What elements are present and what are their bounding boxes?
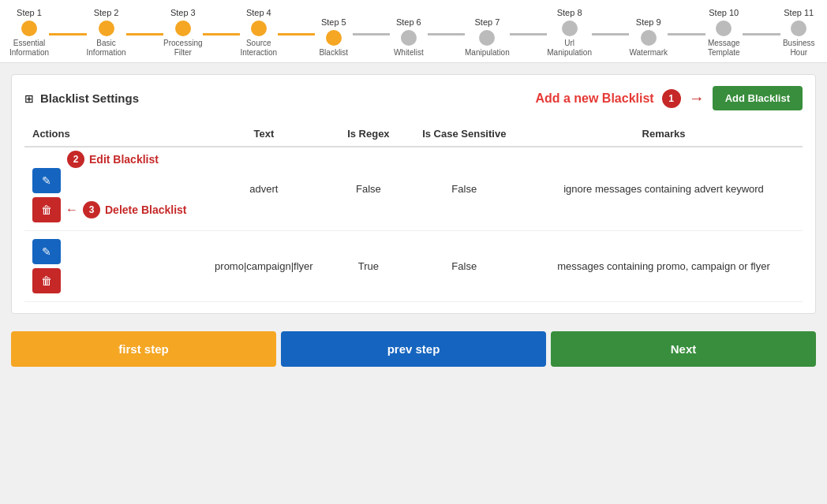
step-8-name: UrlManipulation	[547, 39, 592, 58]
edit-annotation: 2 Edit Blacklist	[67, 151, 159, 168]
blacklist-card: ⊞ Blacklist Settings Add a new Blacklist…	[11, 74, 816, 314]
first-step-button[interactable]: first step	[11, 331, 276, 367]
step-8-dot	[562, 21, 578, 36]
edit-blacklist-label: Edit Blacklist	[89, 153, 159, 166]
connector-5-6	[353, 33, 391, 35]
step-6-name: Whitelist	[394, 48, 424, 58]
step-11-name: BusinessHour	[783, 39, 815, 58]
step-2-label: Step 2	[94, 8, 119, 17]
main-content: ⊞ Blacklist Settings Add a new Blacklist…	[0, 63, 827, 314]
col-header-regex: Is Regex	[333, 121, 403, 147]
page-wrapper: Step 1 EssentialInformation Step 2 Basic…	[0, 0, 827, 375]
step-5-label: Step 5	[321, 17, 346, 27]
card-header: ⊞ Blacklist Settings Add a new Blacklist…	[24, 86, 803, 110]
arrow-left-icon: ←	[65, 203, 78, 217]
step-7-label: Step 7	[474, 17, 500, 27]
card-title-text: Blacklist Settings	[40, 91, 139, 105]
step-1-name: EssentialInformation	[9, 39, 49, 58]
step-4-name: SourceInteraction	[240, 39, 277, 58]
card-title: ⊞ Blacklist Settings	[24, 91, 139, 105]
connector-6-7	[428, 33, 466, 35]
row2-edit-button[interactable]: ✎	[32, 239, 61, 264]
table-row: 2 Edit Blacklist ✎ 🗑	[24, 147, 803, 231]
table-header-row: Actions Text Is Regex Is Case Sensitive …	[24, 121, 803, 147]
step-6: Step 6 Whitelist	[390, 17, 428, 58]
step-3-label: Step 3	[170, 8, 196, 17]
step-2-name: BasicInformation	[87, 39, 126, 58]
badge-2: 2	[67, 151, 84, 168]
step-4: Step 4 SourceInteraction	[240, 8, 278, 58]
delete-annotation: 🗑 ← 3 Delete Blacklist	[32, 197, 187, 222]
step-11-dot	[791, 21, 806, 36]
step-8: Step 8 UrlManipulation	[547, 8, 592, 58]
col-header-text: Text	[195, 121, 334, 147]
prev-step-button[interactable]: prev step	[281, 331, 546, 367]
badge-3: 3	[83, 201, 100, 218]
row2-remarks: messages containing promo, campaign or f…	[525, 231, 803, 302]
step-2-dot	[99, 21, 114, 36]
badge-1: 1	[662, 89, 681, 108]
connector-3-4	[203, 33, 241, 35]
step-4-dot	[251, 21, 267, 36]
row2-delete-button[interactable]: 🗑	[32, 268, 61, 293]
step-7: Step 7 Manipulation	[465, 17, 510, 58]
row1-actions: 2 Edit Blacklist ✎ 🗑	[24, 147, 195, 231]
step-3-name: ProcessingFilter	[163, 39, 202, 58]
step-9: Step 9 Watermark	[629, 17, 668, 58]
delete-icon: 🗑	[41, 203, 52, 216]
row1-case: False	[404, 147, 525, 231]
row1-remarks: ignore messages containing advert keywor…	[525, 147, 803, 231]
step-10-dot	[716, 21, 732, 36]
connector-2-3	[126, 33, 164, 35]
row2-regex: True	[333, 231, 403, 302]
step-4-label: Step 4	[246, 8, 271, 17]
step-1-dot	[21, 21, 37, 36]
edit-icon: ✎	[42, 174, 51, 187]
header-right: Add a new Blacklist 1 → Add Blacklist	[535, 86, 803, 110]
row2-text: promo|campaign|flyer	[195, 231, 334, 302]
step-7-dot	[479, 30, 495, 46]
edit-icon: ✎	[42, 245, 51, 258]
row2-actions: ✎ 🗑	[24, 231, 195, 302]
step-6-label: Step 6	[396, 17, 421, 27]
row1-edit-button[interactable]: ✎	[32, 168, 61, 193]
col-header-remarks: Remarks	[525, 121, 803, 147]
col-header-actions: Actions	[24, 121, 195, 147]
steps-row: Step 1 EssentialInformation Step 2 Basic…	[6, 8, 821, 58]
connector-7-8	[510, 33, 548, 35]
step-5: Step 5 Blacklist	[315, 17, 353, 58]
step-9-name: Watermark	[629, 48, 668, 58]
step-1: Step 1 EssentialInformation	[9, 8, 49, 58]
row1-delete-button[interactable]: 🗑	[32, 197, 61, 222]
table-row: ✎ 🗑 promo|campaign|flyer True False	[24, 231, 803, 302]
step-5-name: Blacklist	[319, 48, 348, 58]
connector-9-10	[668, 33, 705, 35]
connector-10-11	[743, 33, 780, 35]
add-blacklist-label: Add a new Blacklist	[535, 91, 653, 106]
blacklist-table-container: Actions Text Is Regex Is Case Sensitive …	[24, 121, 803, 302]
step-10-name: MessageTemplate	[708, 39, 740, 58]
col-header-case: Is Case Sensitive	[404, 121, 525, 147]
step-1-label: Step 1	[17, 8, 42, 17]
add-blacklist-button[interactable]: Add Blacklist	[713, 86, 803, 110]
row1-regex: False	[333, 147, 403, 231]
delete-blacklist-label: Delete Blacklist	[105, 203, 187, 216]
step-6-dot	[401, 30, 417, 46]
arrow-right-icon: →	[689, 89, 705, 107]
step-3: Step 3 ProcessingFilter	[163, 8, 202, 58]
step-9-label: Step 9	[636, 17, 661, 27]
step-2: Step 2 BasicInformation	[87, 8, 126, 58]
next-button[interactable]: Next	[551, 331, 816, 367]
table-icon: ⊞	[24, 92, 34, 105]
row1-text: advert	[195, 147, 334, 231]
blacklist-table: Actions Text Is Regex Is Case Sensitive …	[24, 121, 803, 302]
connector-1-2	[49, 33, 87, 35]
step-11-label: Step 11	[784, 8, 814, 17]
connector-4-5	[278, 33, 316, 35]
steps-container: Step 1 EssentialInformation Step 2 Basic…	[0, 0, 827, 63]
step-3-dot	[175, 21, 191, 36]
footer: first step prev step Next	[0, 323, 827, 375]
step-7-name: Manipulation	[465, 48, 510, 58]
step-9-dot	[641, 30, 657, 46]
step-11: Step 11 BusinessHour	[780, 8, 818, 58]
